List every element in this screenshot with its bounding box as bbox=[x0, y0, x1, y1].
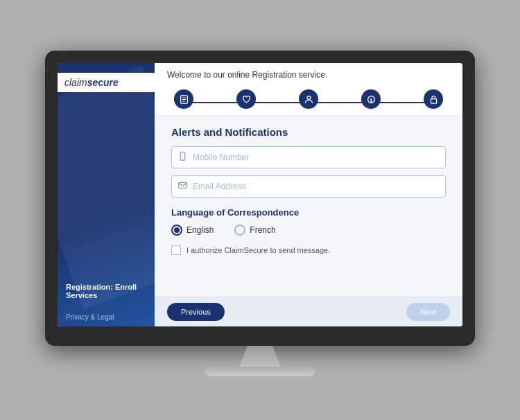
screen-bezel: claimsecure Registration: Enroll Service… bbox=[45, 51, 475, 346]
form-area: Alerts and Notifications Language o bbox=[155, 116, 462, 297]
svg-text:$: $ bbox=[370, 97, 372, 103]
language-section-title: Language of Correspondence bbox=[171, 207, 446, 218]
email-icon bbox=[178, 181, 187, 192]
french-label: French bbox=[250, 225, 275, 235]
next-button[interactable]: Next bbox=[406, 303, 450, 321]
authorize-label: I authorize ClaimSecure to send message. bbox=[187, 246, 330, 254]
previous-button[interactable]: Previous bbox=[167, 303, 225, 321]
bottom-nav: Previous Next bbox=[155, 297, 462, 326]
mobile-input[interactable] bbox=[171, 146, 446, 168]
authorize-checkbox-group: I authorize ClaimSecure to send message. bbox=[171, 245, 446, 255]
english-radio-circle[interactable] bbox=[171, 225, 182, 236]
step-1[interactable] bbox=[174, 89, 193, 109]
language-radio-group: English French bbox=[171, 225, 446, 236]
logo-area: claimsecure bbox=[58, 73, 155, 92]
logo-claim: claim bbox=[64, 77, 87, 88]
main-content: Welcome to our online Registration servi… bbox=[155, 63, 462, 326]
monitor-base bbox=[205, 367, 315, 376]
step-3[interactable] bbox=[299, 89, 318, 109]
screen: claimsecure Registration: Enroll Service… bbox=[58, 63, 462, 326]
email-input-group bbox=[171, 175, 446, 198]
mobile-input-group bbox=[171, 146, 446, 168]
mobile-icon bbox=[178, 152, 187, 163]
sidebar-privacy-link[interactable]: Privacy & Legal bbox=[66, 313, 146, 321]
step-5[interactable] bbox=[424, 89, 443, 109]
svg-rect-10 bbox=[179, 182, 187, 188]
english-label: English bbox=[187, 225, 214, 235]
progress-bar: $ bbox=[167, 85, 450, 116]
sidebar: claimsecure Registration: Enroll Service… bbox=[58, 63, 155, 326]
alerts-section-title: Alerts and Notifications bbox=[171, 126, 446, 138]
step-4[interactable]: $ bbox=[361, 89, 381, 109]
email-input[interactable] bbox=[171, 175, 446, 198]
step-2[interactable] bbox=[236, 89, 256, 109]
french-radio[interactable]: French bbox=[234, 225, 275, 236]
french-radio-circle[interactable] bbox=[234, 225, 245, 236]
english-radio[interactable]: English bbox=[171, 225, 214, 236]
svg-point-4 bbox=[307, 96, 311, 99]
top-bar: Welcome to our online Registration servi… bbox=[155, 63, 462, 116]
authorize-checkbox[interactable] bbox=[171, 245, 181, 255]
sidebar-registration-label: Registration: Enroll Services bbox=[66, 283, 146, 299]
welcome-text: Welcome to our online Registration servi… bbox=[167, 70, 450, 80]
monitor-neck bbox=[239, 346, 281, 367]
svg-point-9 bbox=[182, 159, 183, 159]
logo-secure: secure bbox=[87, 77, 119, 88]
monitor: claimsecure Registration: Enroll Service… bbox=[45, 51, 475, 376]
svg-rect-7 bbox=[431, 98, 436, 103]
